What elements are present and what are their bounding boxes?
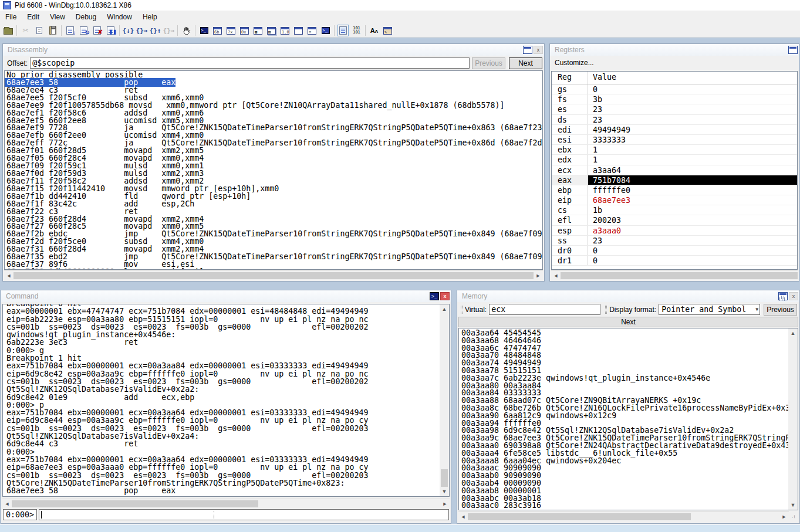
memory-titlebar[interactable]: Memory x: [457, 290, 799, 302]
menu-help[interactable]: Help: [137, 11, 163, 23]
scratch-pad-icon[interactable]: [292, 24, 305, 37]
scroll-up-icon[interactable]: ▲: [440, 304, 449, 314]
customize-button[interactable]: Customize...: [550, 56, 799, 70]
disassembly-line[interactable]: 68ae7f39 8db42600000000 lea esi,[esi]: [6, 269, 542, 270]
step-into-icon[interactable]: {↓}: [121, 24, 135, 37]
scroll-up-icon[interactable]: ▲: [788, 328, 798, 338]
memory-hscrollbar[interactable]: ◄ ►: [458, 511, 789, 521]
scroll-left-icon[interactable]: ◄: [458, 512, 468, 521]
break-icon[interactable]: ❚❚: [104, 24, 117, 37]
scroll-right-icon[interactable]: ►: [534, 271, 543, 280]
scroll-left-icon[interactable]: ◄: [551, 271, 561, 280]
scroll-thumb[interactable]: [561, 272, 798, 279]
scroll-left-icon[interactable]: ◄: [4, 271, 13, 280]
watch-window-icon[interactable]: 6b: [211, 24, 224, 37]
register-row[interactable]: gs0: [552, 84, 797, 94]
register-row[interactable]: fs3b: [552, 94, 797, 104]
pause-hand-icon[interactable]: [180, 24, 193, 37]
registers-window-icon[interactable]: [788, 46, 798, 54]
disassembly-window-icon[interactable]: 1.0: [278, 24, 292, 37]
command-hscrollbar[interactable]: ◄ ►: [2, 499, 450, 508]
command-window-icon[interactable]: >_: [197, 24, 211, 37]
grip-handle[interactable]: [461, 306, 463, 314]
memory-window-icon[interactable]: [778, 292, 788, 300]
command-input[interactable]: [39, 509, 449, 520]
scroll-thumb[interactable]: [468, 513, 691, 520]
command-output-area[interactable]: Breakpoint 0 hit eax=00000001 ebx=474747…: [2, 304, 450, 497]
registers-titlebar[interactable]: Registers: [550, 44, 799, 56]
register-row[interactable]: edx1: [552, 155, 797, 165]
grip-handle[interactable]: [605, 306, 607, 314]
options-icon[interactable]: ✎: [381, 24, 394, 37]
register-row[interactable]: eax751b7084: [552, 175, 797, 185]
process-thread-icon[interactable]: >_: [319, 24, 332, 37]
source-mode-on-icon[interactable]: [336, 24, 350, 37]
scroll-thumb[interactable]: [441, 469, 448, 487]
memory-next-button[interactable]: Next: [458, 317, 798, 327]
font-icon[interactable]: AA: [367, 24, 381, 37]
run-to-cursor-icon[interactable]: {}→: [162, 24, 175, 37]
menu-window[interactable]: Window: [102, 11, 137, 23]
menu-view[interactable]: View: [45, 11, 70, 23]
register-row[interactable]: efl200203: [552, 215, 797, 225]
register-row[interactable]: esi3333333: [552, 135, 797, 145]
resize-grip[interactable]: .⁝: [792, 514, 798, 520]
next-button[interactable]: Next: [509, 57, 542, 69]
command-titlebar[interactable]: Command >_ x: [1, 290, 451, 302]
registers-hscrollbar[interactable]: ◄: [551, 270, 798, 280]
source-window-icon[interactable]: ≡: [305, 24, 319, 37]
cut-icon[interactable]: ✂: [19, 24, 32, 37]
menu-debug[interactable]: Debug: [70, 11, 102, 23]
stop-debugging-icon[interactable]: ✘: [90, 24, 104, 37]
step-out-icon[interactable]: {}↑: [148, 24, 162, 37]
disassembly-content[interactable]: No prior disassembly possible 68ae7ee3 5…: [4, 70, 543, 270]
register-row[interactable]: ds23: [552, 115, 797, 125]
virtual-input[interactable]: ecx: [489, 304, 600, 315]
memory-content[interactable]: 00a3aa64 45454545 00a3aa68 46464646 00a3…: [458, 328, 798, 510]
scroll-right-icon[interactable]: ►: [440, 499, 450, 509]
scroll-right-icon[interactable]: ►: [779, 512, 789, 521]
calls-window-icon[interactable]: ▤: [265, 24, 278, 37]
copy-icon[interactable]: [32, 24, 46, 37]
go-icon[interactable]: ↓: [63, 24, 77, 37]
scroll-down-icon[interactable]: ▼: [440, 487, 449, 496]
scroll-thumb[interactable]: [13, 272, 534, 279]
register-row[interactable]: dr00: [552, 246, 797, 256]
disassembly-hscrollbar[interactable]: ◄ ►: [4, 270, 543, 280]
restart-icon[interactable]: ↻: [77, 24, 90, 37]
open-workspace-icon[interactable]: [1, 24, 15, 37]
disassembly-titlebar[interactable]: Disassembly x: [3, 44, 544, 56]
display-format-select[interactable]: Pointer and Symbol ▼: [659, 304, 760, 315]
scroll-down-icon[interactable]: ▼: [788, 500, 798, 510]
registers-window-icon[interactable]: 0x: [238, 24, 251, 37]
memory-vscrollbar[interactable]: ▲ ▼: [788, 328, 798, 510]
locals-window-icon[interactable]: ?x: [224, 24, 238, 37]
paste-icon[interactable]: [46, 24, 59, 37]
command-window-icon[interactable]: >_: [430, 292, 439, 300]
register-row[interactable]: ebx1: [552, 145, 797, 155]
menu-edit[interactable]: Edit: [22, 11, 45, 23]
command-vscrollbar[interactable]: ▲ ▼: [440, 304, 449, 496]
menu-file[interactable]: File: [0, 11, 22, 23]
scroll-thumb[interactable]: [12, 500, 258, 507]
register-row[interactable]: ebpffffffe0: [552, 185, 797, 195]
register-row[interactable]: dr10: [552, 256, 797, 266]
disassembly-window-icon[interactable]: [523, 46, 532, 54]
memory-previous-button[interactable]: Previous: [764, 304, 797, 316]
register-row[interactable]: ecxa3aa64: [552, 165, 797, 175]
register-row[interactable]: ss23: [552, 236, 797, 246]
memory-window-icon[interactable]: ▦: [251, 24, 265, 37]
register-row[interactable]: espa3aaa0: [552, 226, 797, 236]
step-over-icon[interactable]: {}→: [135, 24, 148, 37]
command-close-icon[interactable]: x: [440, 292, 450, 300]
register-row[interactable]: eip68ae7ee3: [552, 195, 797, 205]
scroll-left-icon[interactable]: ◄: [2, 499, 12, 509]
register-row[interactable]: edi49494949: [552, 125, 797, 135]
source-mode-off-icon[interactable]: 101101: [350, 24, 363, 37]
disassembly-close-icon[interactable]: x: [534, 46, 543, 54]
previous-button[interactable]: Previous: [472, 57, 505, 69]
memory-close-icon[interactable]: x: [789, 292, 798, 300]
register-row[interactable]: cs1b: [552, 205, 797, 215]
offset-input[interactable]: @$scopeip: [30, 57, 470, 69]
register-row[interactable]: es23: [552, 104, 797, 114]
